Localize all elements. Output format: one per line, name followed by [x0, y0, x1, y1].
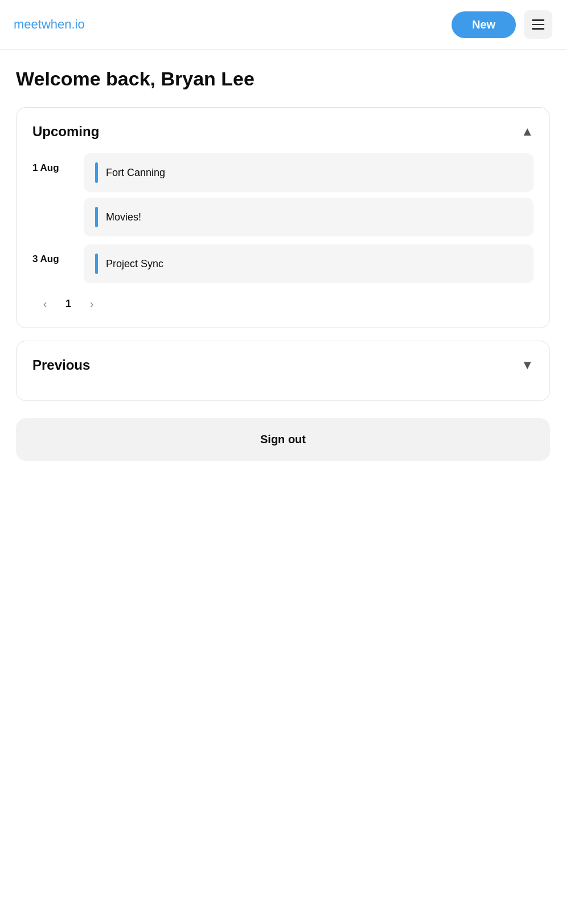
prev-chevron-icon: ‹ [43, 297, 47, 310]
app-header: meetwhen.io New [0, 0, 566, 50]
previous-title: Previous [32, 357, 90, 373]
previous-card-header[interactable]: Previous ▼ [32, 357, 534, 373]
event-date-1-aug: 1 Aug [32, 153, 73, 174]
event-name-fort-canning: Fort Canning [106, 167, 165, 179]
menu-bar-3 [532, 28, 544, 30]
main-content: Welcome back, Bryan Lee Upcoming ▲ 1 Aug… [0, 50, 566, 479]
event-group-1-aug: 1 Aug Fort Canning Movies! [32, 153, 534, 236]
current-page: 1 [65, 298, 71, 310]
logo[interactable]: meetwhen.io [14, 17, 85, 32]
next-chevron-icon: › [90, 297, 94, 310]
upcoming-title: Upcoming [32, 124, 99, 140]
event-item-project-sync[interactable]: Project Sync [84, 244, 534, 283]
welcome-title: Welcome back, Bryan Lee [16, 68, 550, 90]
pagination: ‹ 1 › [32, 293, 534, 314]
previous-chevron-icon: ▼ [521, 358, 534, 373]
prev-page-button[interactable]: ‹ [35, 293, 55, 314]
event-accent-movies [95, 207, 98, 227]
menu-bar-1 [532, 19, 544, 21]
event-item-fort-canning[interactable]: Fort Canning [84, 153, 534, 192]
event-date-3-aug: 3 Aug [32, 244, 73, 265]
event-accent-project-sync [95, 254, 98, 274]
header-actions: New [452, 10, 552, 39]
event-name-project-sync: Project Sync [106, 258, 163, 270]
event-items-1-aug: Fort Canning Movies! [84, 153, 534, 236]
menu-button[interactable] [524, 10, 552, 39]
event-group-3-aug: 3 Aug Project Sync [32, 244, 534, 283]
upcoming-card: Upcoming ▲ 1 Aug Fort Canning Movies! 3 … [16, 107, 550, 328]
upcoming-card-header[interactable]: Upcoming ▲ [32, 124, 534, 140]
upcoming-chevron-icon: ▲ [521, 124, 534, 139]
new-button[interactable]: New [452, 11, 516, 38]
event-name-movies: Movies! [106, 211, 141, 223]
menu-bar-2 [532, 24, 544, 26]
previous-card: Previous ▼ [16, 341, 550, 401]
next-page-button[interactable]: › [81, 293, 102, 314]
sign-out-button[interactable]: Sign out [16, 418, 550, 461]
event-item-movies[interactable]: Movies! [84, 198, 534, 236]
event-items-3-aug: Project Sync [84, 244, 534, 283]
event-accent-fort-canning [95, 162, 98, 183]
